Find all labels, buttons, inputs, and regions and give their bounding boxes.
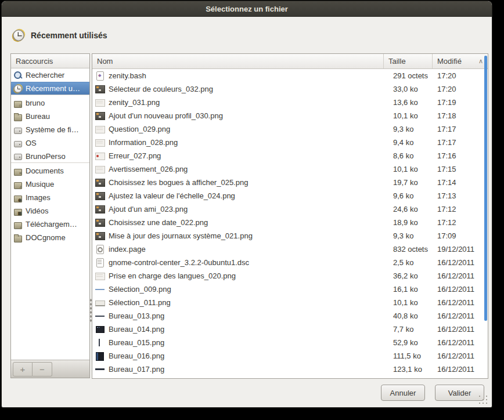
shortcut-item[interactable]: Documents — [11, 164, 89, 178]
shortcut-label: Téléchargem… — [26, 220, 77, 229]
file-row[interactable]: Bureau_013.png 40,8 ko 16/12/2011 — [92, 309, 488, 323]
file-row[interactable]: gnome-control-center_3.2.2-0ubuntu1.dsc … — [92, 256, 488, 269]
shortcut-label: bruno — [26, 99, 45, 107]
sort-ascending-icon: ∧ — [478, 57, 483, 65]
vertical-line-icon — [95, 338, 105, 347]
file-row[interactable]: Sélection_011.png 10,1 ko 16/12/2011 — [92, 296, 488, 309]
shortcut-item[interactable]: DOCgnome — [11, 231, 89, 244]
file-size: 19,7 ko — [384, 178, 433, 187]
column-header-size[interactable]: Taille — [384, 54, 433, 68]
file-name: Ajout d'un ami_023.png — [109, 205, 188, 213]
file-name: Ajustez la valeur de l'échelle_024.png — [109, 191, 235, 200]
file-name: zenity_031.png — [109, 98, 160, 107]
file-row[interactable]: Sélection_009.png 16,1 ko 16/12/2011 — [92, 283, 488, 296]
cancel-button[interactable]: Annuler — [381, 385, 425, 401]
file-row[interactable]: Ajout d'un ami_023.png 24,6 ko 17:12 — [92, 202, 488, 216]
file-row[interactable]: Bureau_015.png 52,9 ko 16/12/2011 — [92, 336, 488, 349]
file-row[interactable]: zenity_031.png 13,6 ko 17:19 — [92, 96, 488, 109]
thin-blue-line-icon — [95, 284, 105, 294]
window-resize-grip[interactable] — [478, 394, 488, 405]
file-name: Sélection_009.png — [109, 285, 171, 294]
file-modified: 17:19 — [433, 98, 488, 107]
file-row[interactable]: Ajustez la valeur de l'échelle_024.png 9… — [92, 189, 488, 202]
window-screenshot-icon — [95, 231, 105, 241]
window-screenshot-icon — [95, 178, 105, 187]
file-row[interactable]: Sélecteur de couleurs_032.png 33,0 ko 17… — [92, 82, 488, 96]
shortcuts-column-header[interactable]: Raccourcis — [11, 54, 89, 68]
shortcut-item[interactable]: BrunoPerso — [11, 150, 89, 163]
file-name: Sélecteur de couleurs_032.png — [109, 85, 213, 93]
shortcut-item[interactable]: Rechercher — [11, 68, 89, 82]
file-modified: 17:17 — [433, 138, 488, 147]
bookmarks-toolbar: + − — [11, 360, 89, 378]
downloads-folder-icon — [13, 220, 23, 229]
file-size: 13,6 ko — [384, 98, 433, 107]
file-row[interactable]: Bureau_016.png 111,5 ko 16/12/2011 — [92, 349, 488, 363]
file-row[interactable]: Avertissement_026.png 10,1 ko 17:15 — [92, 162, 488, 176]
file-modified: 17:14 — [433, 178, 488, 187]
vertical-scrollbar-thumb[interactable] — [484, 56, 487, 321]
shortcut-label: OS — [26, 139, 37, 147]
desktop-folder-icon — [13, 112, 23, 121]
file-row[interactable]: index.page 832 octets 19/12/2011 — [92, 242, 488, 256]
file-modified: 16/12/2011 — [433, 271, 488, 280]
file-name: zenity.bash — [109, 71, 146, 80]
file-size: 2,5 ko — [384, 258, 433, 267]
shortcut-label: Musique — [26, 180, 54, 189]
file-row[interactable]: Prise en charge des langues_020.png 36,2… — [92, 269, 488, 283]
file-modified: 17:09 — [433, 231, 488, 240]
remove-bookmark-button[interactable]: − — [33, 362, 52, 376]
add-bookmark-button[interactable]: + — [13, 362, 33, 376]
window-titlebar[interactable]: Sélectionnez un fichier — [2, 1, 492, 17]
file-modified: 19/12/2011 — [433, 245, 488, 254]
shortcut-item[interactable]: Vidéos — [11, 204, 89, 218]
file-row[interactable]: Erreur_027.png 8,6 ko 17:16 — [92, 149, 488, 162]
window-screenshot-icon — [95, 111, 105, 121]
shortcut-item[interactable]: Images — [11, 191, 89, 204]
shortcut-item[interactable]: Récemment u… — [11, 82, 89, 95]
file-row[interactable]: Choisissez une date_022.png 18,9 ko 17:1… — [92, 216, 488, 229]
pale-strip-icon — [95, 298, 105, 307]
dark-blue-rect-icon — [95, 351, 105, 361]
shortcut-label: Système de fi… — [26, 125, 79, 134]
file-name: Ajout d'un nouveau profil_030.png — [109, 111, 223, 120]
window-screenshot-icon — [95, 218, 105, 227]
file-name: Avertissement_026.png — [109, 165, 188, 173]
file-modified: 17:17 — [433, 125, 488, 133]
column-header-modified[interactable]: Modifié ∧ — [433, 54, 488, 68]
file-name: Information_028.png — [109, 138, 178, 147]
pale-screenshot-icon — [95, 97, 105, 107]
music-folder-icon — [13, 180, 23, 189]
column-header-name[interactable]: Nom — [92, 54, 384, 68]
shortcut-item[interactable]: OS — [11, 136, 89, 150]
documents-folder-icon — [13, 166, 23, 176]
file-row[interactable]: Mise à jour des journaux système_021.png… — [92, 229, 488, 242]
validate-button[interactable]: Valider — [435, 385, 484, 401]
home-folder-icon — [13, 99, 23, 108]
shortcut-item[interactable]: Téléchargem… — [11, 218, 89, 231]
file-size: 16,1 ko — [384, 285, 433, 294]
thick-dark-line-icon — [95, 364, 105, 374]
shortcut-item[interactable]: Système de fi… — [11, 123, 89, 136]
window-title: Sélectionnez un fichier — [206, 5, 288, 13]
shortcut-label: Images — [26, 193, 51, 202]
file-size: 10,1 ko — [384, 298, 433, 307]
file-row[interactable]: Bureau_014.png 7,7 ko 16/12/2011 — [92, 323, 488, 336]
file-row[interactable]: Ajout d'un nouveau profil_030.png 10,1 k… — [92, 109, 488, 122]
shortcut-item[interactable]: Musique — [11, 178, 89, 191]
file-row[interactable]: Bureau_017.png 123,1 ko 16/12/2011 — [92, 363, 488, 376]
file-size: 111,5 ko — [384, 352, 433, 360]
search-icon — [13, 71, 23, 80]
recent-clock-icon — [12, 29, 25, 42]
file-row[interactable]: zenity.bash 291 octets 17:20 — [92, 69, 488, 82]
file-modified: 17:18 — [433, 111, 488, 120]
os-drive-icon — [13, 139, 23, 148]
file-modified: 17:20 — [433, 85, 488, 93]
shortcut-item[interactable]: Bureau — [11, 110, 89, 123]
shortcut-item[interactable]: bruno — [11, 96, 89, 110]
file-row[interactable]: Question_029.png 9,3 ko 17:17 — [92, 122, 488, 136]
file-row[interactable]: Information_028.png 9,4 ko 17:17 — [92, 136, 488, 149]
file-size: 291 octets — [384, 71, 433, 80]
file-row[interactable]: Choisissez les bogues à afficher_025.png… — [92, 176, 488, 189]
file-size: 8,6 ko — [384, 151, 433, 160]
